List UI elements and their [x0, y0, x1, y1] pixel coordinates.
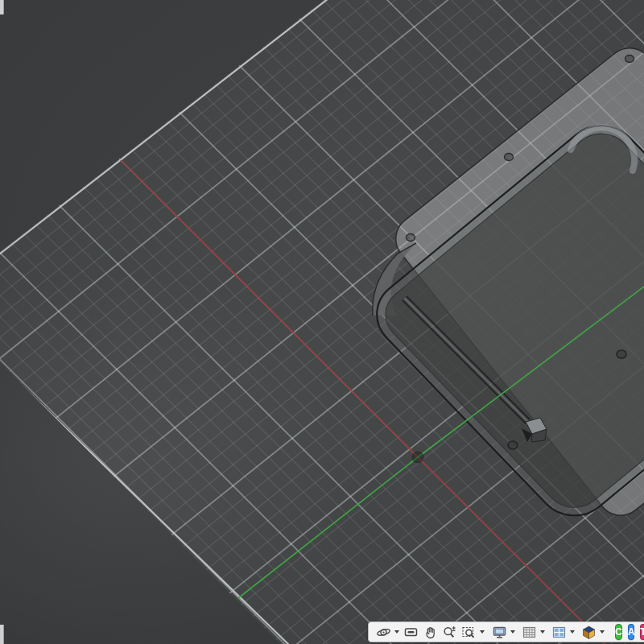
badge-a[interactable]: A [628, 624, 635, 640]
grid-settings-button[interactable] [520, 624, 539, 641]
pan-icon [423, 625, 438, 640]
viewports-dropdown-caret[interactable] [570, 630, 575, 634]
zoom-button[interactable] [440, 624, 459, 641]
badge-t[interactable]: T [640, 624, 644, 640]
model-scene [0, 0, 644, 644]
base-hole[interactable] [508, 441, 518, 449]
plate-screw-hole[interactable] [625, 56, 634, 63]
view-cube-dropdown-caret[interactable] [600, 630, 605, 634]
orbit-dropdown-caret[interactable] [394, 630, 399, 634]
fit-icon [461, 625, 477, 640]
view-cube-button[interactable] [580, 624, 598, 641]
display-settings-dropdown-caret[interactable] [510, 630, 515, 634]
fit-dropdown-caret[interactable] [480, 630, 485, 634]
origin-point[interactable] [412, 452, 423, 463]
plate-screw-hole[interactable] [407, 234, 415, 242]
window-edge-fragment-top [0, 0, 4, 14]
badge-c[interactable]: C [615, 624, 622, 640]
window-edge-fragment-bottom [0, 625, 4, 644]
orbit-icon [376, 625, 391, 640]
viewport-3d[interactable]: C A T [0, 0, 644, 644]
display-settings-icon [492, 625, 507, 640]
display-settings-button[interactable] [490, 624, 509, 641]
view-cube-icon [581, 625, 597, 640]
grid-settings-icon [522, 625, 537, 640]
zoom-icon [442, 625, 457, 640]
navigation-toolbar: C A T [368, 621, 644, 642]
look-at-icon [403, 625, 419, 640]
orbit-button[interactable] [374, 624, 393, 641]
pan-button[interactable] [421, 624, 440, 641]
viewports-button[interactable] [550, 624, 568, 641]
plate-screw-hole[interactable] [505, 154, 514, 161]
fit-button[interactable] [460, 624, 478, 641]
look-at-button[interactable] [402, 624, 420, 641]
viewports-icon [551, 625, 567, 640]
grid-settings-dropdown-caret[interactable] [540, 630, 545, 634]
base-hole[interactable] [617, 350, 626, 358]
